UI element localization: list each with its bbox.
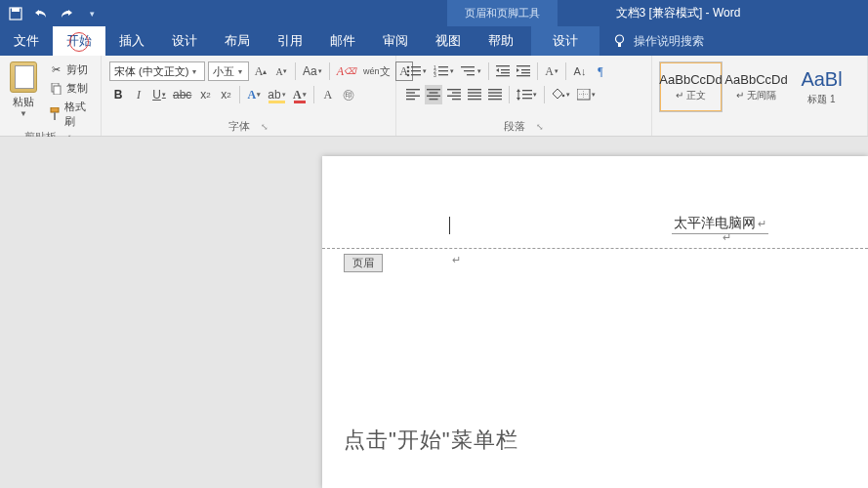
font-size-combo[interactable]: 小五▾ <box>208 61 249 81</box>
subscript-button[interactable]: x2 <box>196 85 214 104</box>
tutorial-caption: 点击"开始"菜单栏 <box>344 426 518 455</box>
cursor <box>449 217 450 234</box>
numbering-button[interactable]: 123▾ <box>432 61 456 81</box>
paragraph-mark-icon: ↵ <box>452 254 461 266</box>
svg-point-8 <box>407 66 410 69</box>
style-normal[interactable]: AaBbCcDd ↵ 正文 <box>659 61 723 112</box>
dialog-launcher-paragraph[interactable]: ⤡ <box>535 121 545 133</box>
tab-view[interactable]: 视图 <box>422 26 475 56</box>
tab-home[interactable]: 开始 <box>53 26 105 56</box>
font-color-button[interactable]: A▾ <box>291 85 309 104</box>
group-styles: AaBbCcDd ↵ 正文 AaBbCcDd ↵ 无间隔 AaBl 标题 1 <box>652 56 868 136</box>
svg-rect-50 <box>488 99 502 100</box>
char-shading-button[interactable]: A <box>319 85 337 104</box>
tell-me[interactable]: 操作说明搜索 <box>613 26 704 56</box>
chevron-down-icon: ▾ <box>192 67 196 76</box>
tab-insert[interactable]: 插入 <box>105 26 158 56</box>
save-icon[interactable] <box>8 6 23 21</box>
grow-font-button[interactable]: A▴ <box>252 61 269 81</box>
svg-rect-38 <box>430 99 438 100</box>
borders-button[interactable]: ▾ <box>575 85 598 104</box>
group-label-paragraph: 段落 <box>504 119 525 134</box>
svg-rect-48 <box>488 92 502 93</box>
highlight-button[interactable]: ab▾ <box>266 85 287 104</box>
show-marks-button[interactable]: ¶ <box>592 61 609 81</box>
font-name-combo[interactable]: 宋体 (中文正文)▾ <box>109 61 205 81</box>
tab-design[interactable]: 设计 <box>158 26 211 56</box>
italic-button[interactable]: I <box>130 85 147 104</box>
shading-button[interactable]: ▾ <box>550 85 572 104</box>
phonetic-guide-button[interactable]: wén文 <box>361 61 393 81</box>
center-button[interactable] <box>425 85 442 104</box>
superscript-button[interactable]: x2 <box>217 85 234 104</box>
shrink-font-button[interactable]: A▾ <box>272 61 290 81</box>
svg-rect-34 <box>406 99 415 100</box>
justify-button[interactable] <box>466 85 483 104</box>
svg-rect-49 <box>488 96 502 97</box>
svg-rect-52 <box>522 90 532 91</box>
tab-layout[interactable]: 布局 <box>211 26 264 56</box>
align-left-button[interactable] <box>404 85 422 104</box>
sort-button[interactable]: A↓ <box>571 61 589 81</box>
svg-rect-19 <box>438 74 448 75</box>
header-content[interactable]: 太平洋电脑网↵ <box>672 215 768 234</box>
svg-rect-47 <box>488 89 502 90</box>
bullets-button[interactable]: ▾ <box>404 61 429 81</box>
dialog-launcher-font[interactable]: ⤡ <box>260 121 269 133</box>
multilevel-button[interactable]: ▾ <box>459 61 483 81</box>
svg-rect-32 <box>406 92 415 93</box>
svg-rect-9 <box>411 66 421 67</box>
svg-rect-7 <box>54 112 56 120</box>
qat: ▾ <box>0 6 100 21</box>
lightbulb-icon <box>613 34 626 49</box>
copy-label: 复制 <box>66 81 88 96</box>
redo-icon[interactable] <box>59 6 74 21</box>
asian-layout-button[interactable]: A▾ <box>543 61 560 81</box>
document-area[interactable]: 太平洋电脑网↵ ↵ 页眉 ↵ 点击"开始"菜单栏 <box>0 137 868 488</box>
undo-icon[interactable] <box>33 6 49 21</box>
tab-file[interactable]: 文件 <box>0 26 53 56</box>
separator <box>565 62 566 80</box>
tab-help[interactable]: 帮助 <box>475 26 527 56</box>
svg-rect-21 <box>464 70 475 71</box>
clear-format-button[interactable]: A⌫ <box>335 61 358 81</box>
strike-button[interactable]: abc <box>171 85 193 104</box>
distributed-button[interactable] <box>486 85 504 104</box>
bold-button[interactable]: B <box>109 85 127 104</box>
group-paragraph: ▾ 123▾ ▾ A▾ A↓ ¶ ▾ ▾ <box>396 56 652 136</box>
increase-indent-button[interactable] <box>515 61 532 81</box>
svg-rect-40 <box>452 92 461 93</box>
tab-mailings[interactable]: 邮件 <box>316 26 369 56</box>
svg-rect-5 <box>54 86 61 95</box>
svg-rect-31 <box>406 89 420 90</box>
svg-rect-54 <box>522 98 532 99</box>
svg-rect-51 <box>518 91 519 99</box>
tab-references[interactable]: 引用 <box>264 26 316 56</box>
separator <box>313 86 314 103</box>
svg-rect-28 <box>521 69 530 70</box>
change-case-button[interactable]: Aa▾ <box>301 61 324 81</box>
format-painter-button[interactable]: 格式刷 <box>47 99 93 130</box>
text-effects-button[interactable]: A▾ <box>245 85 263 104</box>
style-no-spacing[interactable]: AaBbCcDd ↵ 无间隔 <box>724 61 788 112</box>
tab-hf-design[interactable]: 设计 <box>531 26 599 56</box>
decrease-indent-button[interactable] <box>494 61 512 81</box>
cut-button[interactable]: ✂剪切 <box>47 61 93 78</box>
tab-review[interactable]: 审阅 <box>369 26 422 56</box>
style-sample: AaBl <box>801 68 842 91</box>
tell-me-text: 操作说明搜索 <box>634 33 704 50</box>
svg-rect-43 <box>468 89 481 90</box>
line-spacing-button[interactable]: ▾ <box>515 85 539 104</box>
paste-icon <box>10 61 37 93</box>
svg-rect-20 <box>461 66 475 67</box>
copy-button[interactable]: 复制 <box>47 80 93 97</box>
underline-button[interactable]: U▾ <box>150 85 168 104</box>
enclose-char-button[interactable]: ㊞ <box>340 85 357 104</box>
paste-button[interactable]: 粘贴 ▼ <box>6 60 41 118</box>
align-right-button[interactable] <box>445 85 463 104</box>
svg-point-55 <box>562 95 565 98</box>
qat-more-icon[interactable]: ▾ <box>84 6 100 21</box>
context-tool-label: 页眉和页脚工具 <box>447 0 558 26</box>
style-heading1[interactable]: AaBl 标题 1 <box>790 61 853 112</box>
svg-rect-11 <box>411 70 421 71</box>
